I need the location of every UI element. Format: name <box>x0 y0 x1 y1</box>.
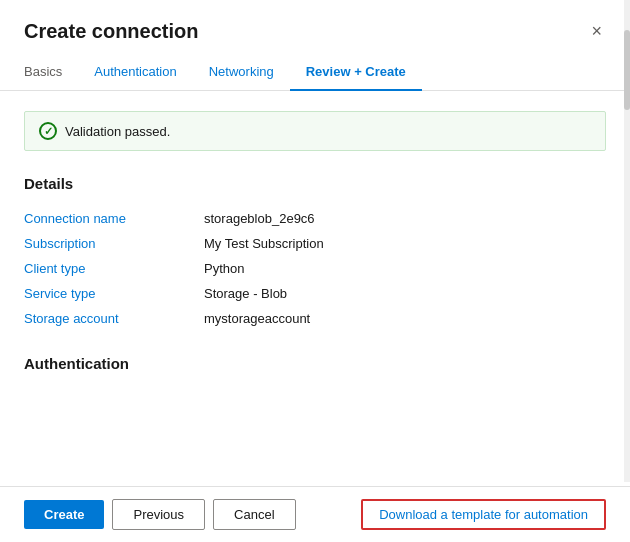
validation-banner: Validation passed. <box>24 111 606 151</box>
value-connection-name: storageblob_2e9c6 <box>204 211 315 226</box>
label-connection-name: Connection name <box>24 211 204 226</box>
tab-authentication[interactable]: Authentication <box>78 54 192 91</box>
table-row: Connection name storageblob_2e9c6 <box>24 206 606 231</box>
label-storage-account: Storage account <box>24 311 204 326</box>
cancel-button[interactable]: Cancel <box>213 499 295 530</box>
value-subscription: My Test Subscription <box>204 236 324 251</box>
previous-button[interactable]: Previous <box>112 499 205 530</box>
details-section: Details Connection name storageblob_2e9c… <box>24 175 606 331</box>
tab-networking[interactable]: Networking <box>193 54 290 91</box>
scrollbar-track[interactable] <box>624 0 630 482</box>
close-button[interactable]: × <box>587 18 606 44</box>
label-service-type: Service type <box>24 286 204 301</box>
tab-review-create[interactable]: Review + Create <box>290 54 422 91</box>
value-storage-account: mystorageaccount <box>204 311 310 326</box>
value-service-type: Storage - Blob <box>204 286 287 301</box>
table-row: Storage account mystorageaccount <box>24 306 606 331</box>
authentication-section: Authentication <box>24 355 606 372</box>
authentication-section-title: Authentication <box>24 355 606 372</box>
tab-basics[interactable]: Basics <box>24 54 78 91</box>
dialog-footer: Create Previous Cancel Download a templa… <box>0 486 630 542</box>
check-icon <box>39 122 57 140</box>
create-connection-dialog: Create connection × Basics Authenticatio… <box>0 0 630 542</box>
table-row: Service type Storage - Blob <box>24 281 606 306</box>
label-subscription: Subscription <box>24 236 204 251</box>
dialog-header: Create connection × <box>0 0 630 54</box>
scrollbar-thumb <box>624 30 630 110</box>
label-client-type: Client type <box>24 261 204 276</box>
dialog-title: Create connection <box>24 20 198 43</box>
dialog-body: Validation passed. Details Connection na… <box>0 91 630 486</box>
details-section-title: Details <box>24 175 606 192</box>
table-row: Subscription My Test Subscription <box>24 231 606 256</box>
create-button[interactable]: Create <box>24 500 104 529</box>
validation-text: Validation passed. <box>65 124 170 139</box>
tab-bar: Basics Authentication Networking Review … <box>0 54 630 91</box>
value-client-type: Python <box>204 261 244 276</box>
download-template-button[interactable]: Download a template for automation <box>361 499 606 530</box>
table-row: Client type Python <box>24 256 606 281</box>
